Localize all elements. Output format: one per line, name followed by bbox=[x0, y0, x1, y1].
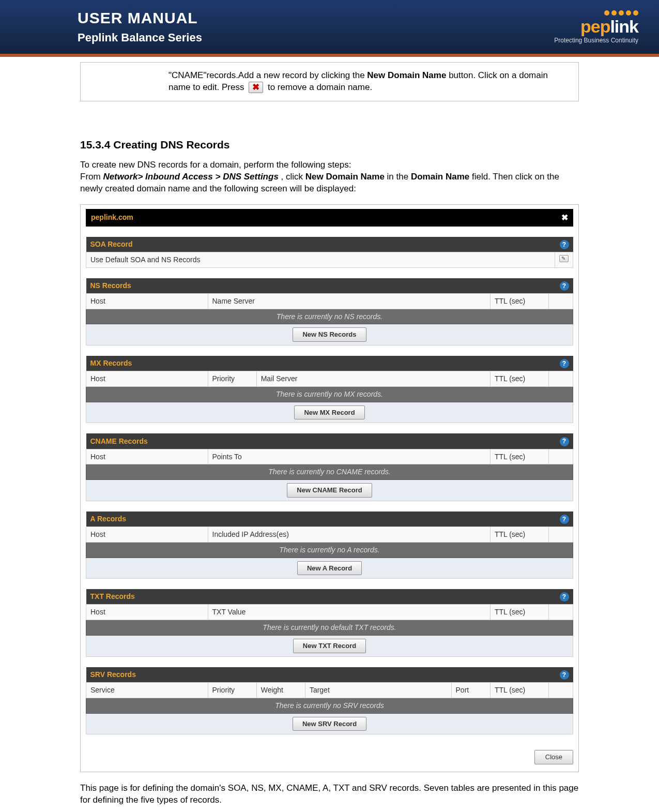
col-ttl: TTL (sec) bbox=[490, 293, 548, 309]
logo-suffix: link bbox=[610, 17, 638, 36]
col-name-server: Name Server bbox=[208, 293, 490, 309]
intro-bold2: Domain Name bbox=[411, 172, 469, 182]
dns-panel: peplink.com ✖ SOA Record ? Use Default S… bbox=[80, 204, 579, 772]
col-ttl: TTL (sec) bbox=[490, 682, 548, 698]
close-icon[interactable]: ✖ bbox=[561, 212, 568, 223]
txt-table: TXT Records ? Host TXT Value TTL (sec) T… bbox=[86, 589, 573, 656]
outro-text: This page is for defining the domain's S… bbox=[80, 783, 579, 806]
note-text-post: to remove a domain name. bbox=[268, 82, 372, 92]
col-priority: Priority bbox=[208, 682, 256, 698]
col-weight: Weight bbox=[256, 682, 305, 698]
a-empty: There is currently no A records. bbox=[86, 542, 573, 558]
ns-table: NS Records ? Host Name Server TTL (sec) … bbox=[86, 278, 573, 345]
help-icon[interactable]: ? bbox=[560, 437, 569, 446]
new-srv-button[interactable]: New SRV Record bbox=[293, 717, 366, 731]
col-service: Service bbox=[86, 682, 208, 698]
note-box: "CNAME"records.Add a new record by click… bbox=[80, 62, 579, 101]
col-target: Target bbox=[305, 682, 451, 698]
doc-subtitle: Peplink Balance Series bbox=[78, 31, 202, 44]
txt-title: TXT Records bbox=[86, 589, 549, 605]
cname-empty: There is currently no CNAME records. bbox=[86, 464, 573, 480]
section-intro: To create new DNS records for a domain, … bbox=[80, 159, 579, 195]
mx-title: MX Records bbox=[86, 356, 549, 371]
a-title: A Records bbox=[86, 512, 549, 527]
intro-mid1: , click bbox=[281, 172, 305, 182]
ns-title: NS Records bbox=[86, 278, 549, 294]
col-host: Host bbox=[86, 527, 208, 542]
edit-icon[interactable] bbox=[559, 255, 569, 262]
col-points-to: Points To bbox=[208, 449, 490, 464]
note-text-pre: "CNAME"records.Add a new record by click… bbox=[168, 70, 367, 80]
header-titles: USER MANUAL Peplink Balance Series bbox=[78, 9, 202, 44]
col-mail-server: Mail Server bbox=[256, 371, 490, 387]
dns-domain-name: peplink.com bbox=[91, 213, 133, 222]
intro-pre: From bbox=[80, 172, 103, 182]
a-table: A Records ? Host Included IP Address(es)… bbox=[86, 512, 573, 579]
ns-empty: There is currently no NS records. bbox=[86, 309, 573, 324]
mx-empty: There is currently no MX records. bbox=[86, 387, 573, 402]
new-ns-button[interactable]: New NS Records bbox=[293, 327, 366, 342]
intro-mid2: in the bbox=[387, 172, 411, 182]
col-ttl: TTL (sec) bbox=[490, 371, 548, 387]
mx-table: MX Records ? Host Priority Mail Server T… bbox=[86, 356, 573, 423]
section-heading: 15.3.4 Creating DNS Records bbox=[80, 138, 579, 152]
soa-title: SOA Record bbox=[86, 237, 555, 252]
srv-table: SRV Records ? Service Priority Weight Ta… bbox=[86, 667, 573, 734]
doc-title: USER MANUAL bbox=[78, 9, 202, 27]
col-txt-value: TXT Value bbox=[208, 605, 490, 620]
help-icon[interactable]: ? bbox=[560, 515, 569, 524]
page-body: "CNAME"records.Add a new record by click… bbox=[0, 57, 659, 812]
help-icon[interactable]: ? bbox=[560, 281, 569, 291]
col-ttl: TTL (sec) bbox=[490, 527, 548, 542]
txt-empty: There is currently no default TXT record… bbox=[86, 620, 573, 636]
col-host: Host bbox=[86, 371, 208, 387]
dns-domain-title: peplink.com ✖ bbox=[86, 209, 573, 227]
intro-line1: To create new DNS records for a domain, … bbox=[80, 160, 351, 170]
help-icon[interactable]: ? bbox=[560, 592, 569, 602]
logo-text: peplink bbox=[580, 17, 638, 37]
new-txt-button[interactable]: New TXT Record bbox=[293, 639, 366, 653]
help-icon[interactable]: ? bbox=[560, 359, 569, 368]
col-priority: Priority bbox=[208, 371, 256, 387]
new-mx-button[interactable]: New MX Record bbox=[294, 405, 364, 420]
logo: peplink Protecting Business Continuity bbox=[554, 10, 659, 44]
nav-path: Network> Inbound Access > DNS Settings bbox=[103, 172, 278, 182]
col-host: Host bbox=[86, 293, 208, 309]
col-ttl: TTL (sec) bbox=[490, 605, 548, 620]
soa-default-row: Use Default SOA and NS Records bbox=[86, 252, 555, 267]
intro-bold1: New Domain Name bbox=[305, 172, 385, 182]
cname-title: CNAME Records bbox=[86, 433, 549, 449]
document-header: USER MANUAL Peplink Balance Series pepli… bbox=[0, 0, 659, 57]
help-icon[interactable]: ? bbox=[560, 240, 569, 249]
logo-dots-icon bbox=[604, 10, 638, 16]
close-button[interactable]: Close bbox=[534, 750, 573, 764]
logo-tagline: Protecting Business Continuity bbox=[554, 37, 638, 44]
col-port: Port bbox=[451, 682, 490, 698]
col-ip: Included IP Address(es) bbox=[208, 527, 490, 542]
remove-icon[interactable]: ✖ bbox=[249, 82, 263, 93]
cname-table: CNAME Records ? Host Points To TTL (sec)… bbox=[86, 433, 573, 501]
col-host: Host bbox=[86, 449, 208, 464]
new-a-button[interactable]: New A Record bbox=[297, 561, 362, 576]
srv-title: SRV Records bbox=[86, 667, 549, 683]
help-icon[interactable]: ? bbox=[560, 670, 569, 680]
srv-empty: There is currently no SRV records bbox=[86, 698, 573, 713]
new-cname-button[interactable]: New CNAME Record bbox=[287, 483, 372, 498]
col-host: Host bbox=[86, 605, 208, 620]
note-bold-new-domain: New Domain Name bbox=[367, 70, 446, 80]
soa-table: SOA Record ? Use Default SOA and NS Reco… bbox=[86, 237, 573, 268]
col-ttl: TTL (sec) bbox=[490, 449, 548, 464]
